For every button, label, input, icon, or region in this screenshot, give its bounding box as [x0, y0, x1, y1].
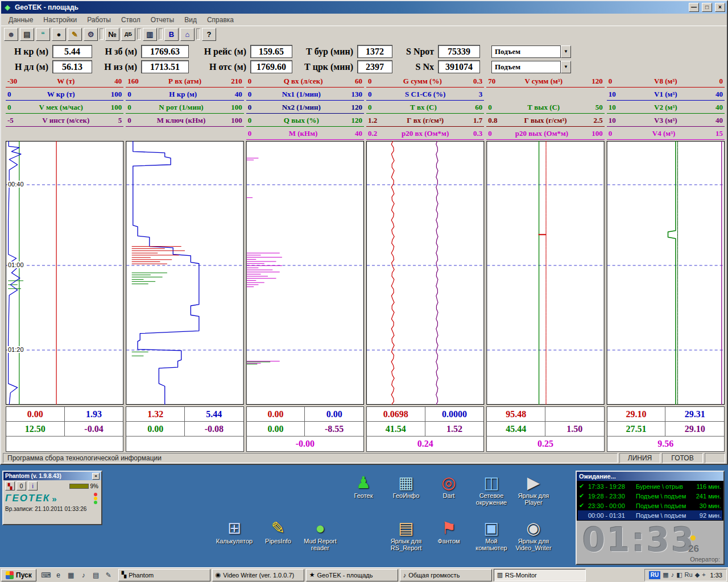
task-button-volume[interactable]: ♪Общая громкость [400, 569, 492, 581]
scale-label: Т вх (С) [371, 103, 475, 112]
tray-icons: ▦♪◧Ru◆+ [663, 571, 705, 579]
scale-row: 0W кр (т)100 [6, 88, 123, 101]
param-row: Н кр (м)5.44Н зб (м)1769.63Н рейс (м)159… [5, 44, 723, 59]
scale-max: 60 [475, 103, 482, 112]
value-cell: 1.50 [545, 422, 604, 436]
database-button[interactable]: ДБ [121, 28, 135, 41]
desktop[interactable]: Phantom (v. 1.9.8.43) × ▚0i9% ГЕОТЕК » В… [0, 465, 728, 567]
mode-dropdown[interactable]: Подъем▼ [491, 61, 571, 73]
desktop-icon-network-neighborhood[interactable]: ◫Сетевое окружение [470, 473, 512, 506]
schedule-row[interactable]: ✔23:30 - 00:00Подъем \ подъем30 мин. [578, 501, 722, 510]
scale-max: 0.3 [473, 77, 482, 86]
param-row: Н дл (м)56.13Н из (м)1713.51Н отс (м)176… [5, 59, 723, 74]
mode-dropdown[interactable]: Подъем▼ [491, 45, 571, 58]
schedule-row[interactable]: 00:00 - 01:31Подъем \ подъем92 мин. [578, 510, 722, 520]
menu-nastroyki[interactable]: Настройки [38, 15, 82, 25]
desktop-icon-phantom[interactable]: ⚑Фантом [428, 518, 470, 544]
quicklaunch-media-player-icon[interactable]: ♪ [78, 569, 89, 581]
record-button[interactable]: ● [52, 28, 66, 41]
scale-row: 0Q вх (л/сек)60 [246, 75, 364, 88]
menu-dannye[interactable]: Данные [3, 15, 38, 25]
chevron-down-icon[interactable]: ▼ [561, 45, 571, 58]
scale-label: Т вых (С) [492, 103, 595, 112]
quicklaunch-paint-icon[interactable]: ✎ [103, 569, 114, 581]
value-cell: -0.04 [65, 422, 123, 436]
phantom-logo-row: ГЕОТЕК » [3, 492, 101, 505]
scale-label: Nх1 (1/мин) [251, 90, 351, 99]
task-buttons: ▚Phantom◉Video Writer (ver. 1.0.0.7)★Geo… [118, 569, 586, 581]
scale-row: 0.8Г вых (г/см³)2.5 [486, 114, 604, 127]
task-button-geotek[interactable]: ★GeoTEK - площадь [306, 569, 398, 581]
quicklaunch-folder-icon[interactable]: ▤ [90, 569, 102, 581]
phantom-info-button[interactable]: i [28, 481, 38, 490]
tray-display-icon[interactable]: ▦ [663, 571, 668, 579]
strip-chart[interactable]: 00:4001:0001:20 [6, 141, 725, 405]
printer-button[interactable]: ▤ [20, 28, 34, 41]
scale-max: 5 [118, 116, 122, 125]
operator-button[interactable]: ☻ [4, 28, 18, 41]
help-button[interactable]: ? [202, 28, 216, 41]
menu-otchety[interactable]: Отчеты [146, 15, 179, 25]
tray-volume-icon[interactable]: ♪ [671, 571, 675, 579]
desktop-icon-my-computer[interactable]: ▣Мой компьютер [470, 518, 512, 551]
desktop-icon-mud-report-reader[interactable]: ●Mud Report reader [299, 518, 341, 551]
scale-label: V инст (м/сек) [14, 116, 118, 125]
numero-button[interactable]: № [105, 28, 119, 41]
value-cell: 29.10 [607, 407, 666, 422]
minimize-button[interactable]: — [689, 3, 699, 12]
close-button[interactable]: × [715, 3, 725, 12]
scale-label: М ключ (кНм) [131, 116, 231, 125]
settings-button[interactable]: ⚙ [84, 28, 98, 41]
task-button-phantom[interactable]: ▚Phantom [118, 569, 210, 581]
desktop-icon-calculator[interactable]: ⊞Калькулятор [213, 518, 255, 544]
task-button-rs-monitor[interactable]: ▥RS-Monitor [494, 569, 586, 581]
scale-row: 0М ключ (кНм)100 [126, 114, 243, 127]
desktop-icon-video-writer-shortcut[interactable]: ◉Ярлык для Video_Writer [512, 518, 555, 551]
tray-language-icon[interactable]: Ru [685, 571, 693, 579]
geotek-task-icon: ★ [309, 571, 315, 579]
desktop-icon-geotek[interactable]: ♟Геотек [342, 473, 384, 499]
menu-vid[interactable]: Вид [179, 15, 202, 25]
schedule-time: 00:00 - 01:31 [588, 512, 634, 519]
home-button[interactable]: ⌂ [180, 28, 195, 41]
desktop-icon-player-shortcut[interactable]: ▶Ярлык для Player [512, 473, 555, 506]
desktop-icon-dart[interactable]: ◎Dart [428, 473, 470, 499]
report-button[interactable]: ▥ [143, 28, 157, 41]
scale-header: -30W (т)400W кр (т)1000V мех (м/час)100-… [6, 75, 725, 140]
start-label: Пуск [16, 571, 32, 579]
desktop-icon-geoinfo[interactable]: ▦ГеоИнфо [385, 473, 427, 499]
task-button-video-writer[interactable]: ◉Video Writer (ver. 1.0.0.7) [212, 569, 304, 581]
phantom-tool-button[interactable]: ▚ [5, 481, 15, 490]
quicklaunch-show-desktop-icon[interactable]: ▦ [65, 569, 77, 581]
tray-antivirus-icon[interactable]: + [702, 571, 705, 579]
status-text: Программа сбора технологической информац… [3, 453, 618, 463]
language-indicator[interactable]: RU [649, 571, 660, 579]
comment-button[interactable]: “ [36, 28, 50, 41]
edit-button[interactable]: ✎ [68, 28, 82, 41]
schedule-row[interactable]: ✔19:28 - 23:30Подъем \ подъем241 мин. [578, 491, 722, 501]
desktop-icon-rs-report-shortcut[interactable]: ▤Ярлык для RS_Report [385, 518, 427, 551]
video-writer-task-icon: ◉ [216, 571, 221, 579]
value-cell: -0.08 [185, 422, 243, 436]
schedule-row[interactable]: ✔17:33 - 19:28Бурение \ отрыв116 мин. [578, 481, 722, 491]
chevron-down-icon[interactable]: ▼ [561, 61, 571, 73]
maximize-button[interactable]: □ [702, 3, 712, 12]
menu-stvol[interactable]: Ствол [116, 15, 146, 25]
scale-max: 60 [355, 77, 362, 86]
scale-max: 40 [355, 129, 362, 138]
scale-min: 10 [609, 90, 616, 99]
phantom-zero-button[interactable]: 0 [16, 481, 26, 490]
menu-raboty[interactable]: Работы [82, 15, 116, 25]
quicklaunch-ie-icon[interactable]: e [53, 569, 64, 581]
schedule-duration: 92 мин. [689, 512, 721, 519]
menu-spravka[interactable]: Справка [202, 15, 239, 25]
desktop-icon-label: Ярлык для Player [518, 492, 549, 506]
tray-scheduler-icon[interactable]: ◆ [695, 571, 700, 579]
quicklaunch-keyboard-icon[interactable]: ⌨ [40, 569, 52, 581]
start-button[interactable]: Пуск [1, 569, 36, 581]
bold-b-button[interactable]: B [164, 28, 179, 41]
desktop-icon-pipesinfo[interactable]: ✎PipesInfo [257, 518, 299, 544]
scale-max: 100 [111, 90, 122, 99]
tray-network-icon[interactable]: ◧ [676, 571, 682, 579]
phantom-close-button[interactable]: × [92, 473, 100, 480]
